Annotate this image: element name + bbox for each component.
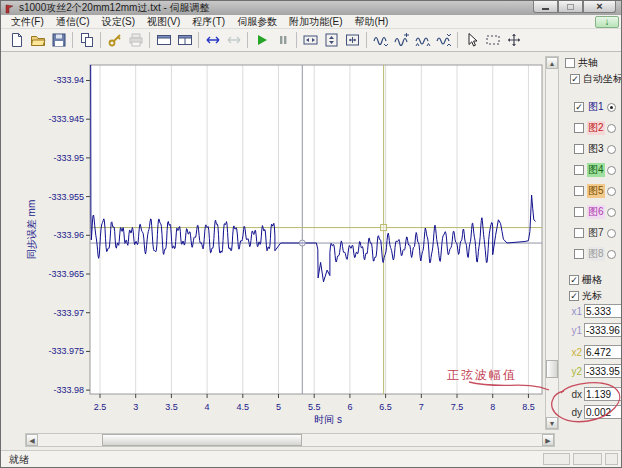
menu-item[interactable]: 视图(V) [141,15,186,29]
scroll-left-arrow-icon[interactable]: ◀ [26,434,38,446]
menu-item[interactable]: 伺服参数 [231,15,283,29]
cursor-field-y2[interactable] [584,364,622,378]
menu-item[interactable]: 帮助(H) [348,15,394,29]
cursor-field-row: dy [560,405,622,419]
cursor-field-dy[interactable] [584,405,622,419]
title-bar[interactable]: s1000攻丝2个20mm12mm过.txt - 伺服调整 × [1,1,621,15]
pan-link-button[interactable] [223,30,244,50]
coaxial-label: 共轴 [578,56,598,70]
copy-button[interactable] [76,30,97,50]
window-view-2-button[interactable] [174,30,195,50]
move-tool-button[interactable] [503,30,524,50]
minimize-button[interactable] [533,1,558,13]
wave-shift-icon [393,32,410,48]
grid-checkbox[interactable]: ✓ [569,275,579,285]
wave-scale-fit-button[interactable] [433,30,454,50]
cursor-row: ✓ 光标 [569,289,602,303]
menu-item[interactable]: 文件(F) [5,15,50,29]
plot-visible-checkbox[interactable] [574,207,584,217]
window-view-1-button[interactable] [153,30,174,50]
wave-scale-fit-icon [435,32,452,48]
coaxial-checkbox[interactable] [565,58,575,68]
plot-visible-checkbox[interactable]: ✓ [574,102,584,112]
plot-select-radio[interactable] [607,145,616,154]
menu-item[interactable]: 程序(T) [186,15,231,29]
open-file-button[interactable] [27,30,48,50]
start-sampling-button[interactable] [251,30,272,50]
svg-text:2.5: 2.5 [94,402,107,412]
toolbar-separator [100,32,101,48]
menu-item[interactable]: 通信(C) [50,15,96,29]
cursor-field-y1[interactable] [584,323,622,337]
print-button[interactable] [125,30,146,50]
menu-item[interactable]: 附加功能(E) [283,15,348,29]
plot-visible-checkbox[interactable] [574,186,584,196]
scroll-right-arrow-icon[interactable]: ▶ [542,434,554,446]
auto-axis-checkbox[interactable]: ✓ [570,74,580,84]
svg-text:时间 s: 时间 s [314,414,342,425]
close-button[interactable]: × [583,1,616,13]
app-icon [4,3,15,14]
wave-shift-button[interactable] [391,30,412,50]
plot-visible-checkbox[interactable] [574,228,584,238]
cursor-field-x1[interactable] [584,304,622,318]
wave-scale-up-icon [414,32,431,48]
plot-toggle-row: 图7 [574,226,616,240]
fit-vertical-button[interactable] [321,30,342,50]
chart-vertical-scrollbar[interactable]: ▲ ▼ [545,56,559,430]
vertical-scroll-thumb[interactable] [546,360,558,378]
plot-visible-checkbox[interactable] [574,165,584,175]
copy-icon [79,32,95,48]
plot-select-radio[interactable] [607,124,616,133]
svg-text:3: 3 [133,402,138,412]
wave-expand-button[interactable] [370,30,391,50]
wave-scale-up-button[interactable] [412,30,433,50]
pointer-tool-button[interactable] [461,30,482,50]
plot-select-radio[interactable] [607,208,616,217]
plot-toggle-row: 图5 [574,184,616,198]
pan-horizontal-button[interactable] [202,30,223,50]
cursor-field-label: x2 [560,347,582,358]
svg-text:-333.955: -333.955 [48,192,84,202]
new-document-icon [9,32,25,48]
pause-sampling-button[interactable] [272,30,293,50]
select-region-tool-button[interactable] [482,30,503,50]
fit-horizontal-button[interactable] [300,30,321,50]
green-drop-button[interactable]: ↓ [595,16,619,28]
menu-item[interactable]: 设定(S) [96,15,141,29]
toolbar-separator [72,32,73,48]
svg-text:-333.945: -333.945 [48,114,84,124]
status-text: 就绪 [9,453,29,467]
svg-text:3.5: 3.5 [165,402,178,412]
svg-text:8.5: 8.5 [522,402,535,412]
pan-horizontal-icon [205,32,221,48]
plot-select-radio[interactable] [607,166,616,175]
svg-text:-333.96: -333.96 [53,230,84,240]
fit-both-button[interactable] [342,30,363,50]
new-document-button[interactable] [6,30,27,50]
plot-select-radio[interactable] [607,229,616,238]
plot-label: 图8 [587,247,605,261]
plot-select-radio[interactable] [607,187,616,196]
minimize-icon [542,8,549,10]
plot-select-radio[interactable] [607,250,616,259]
cursor-checkbox[interactable]: ✓ [569,291,579,301]
chart-horizontal-scrollbar[interactable]: ◀ ▶ [25,433,555,447]
scroll-down-arrow-icon[interactable]: ▼ [546,417,558,429]
fit-both-icon [344,32,361,48]
window-view-1-icon [156,32,172,48]
cursor-field-x2[interactable] [584,345,622,359]
horizontal-scroll-thumb[interactable] [102,434,302,446]
cursor-field-row: y2 [560,364,622,378]
plot-select-radio[interactable] [607,103,616,112]
plot-visible-checkbox[interactable] [574,249,584,259]
key-help-button[interactable] [104,30,125,50]
annotation-text: 正弦波幅值 [447,367,517,384]
maximize-button[interactable] [558,1,583,13]
plot-visible-checkbox[interactable] [574,144,584,154]
save-file-button[interactable] [48,30,69,50]
scroll-up-arrow-icon[interactable]: ▲ [546,57,558,69]
plot-visible-checkbox[interactable] [574,123,584,133]
cursor-label: 光标 [582,289,602,303]
cursor-field-dx[interactable] [584,387,622,401]
